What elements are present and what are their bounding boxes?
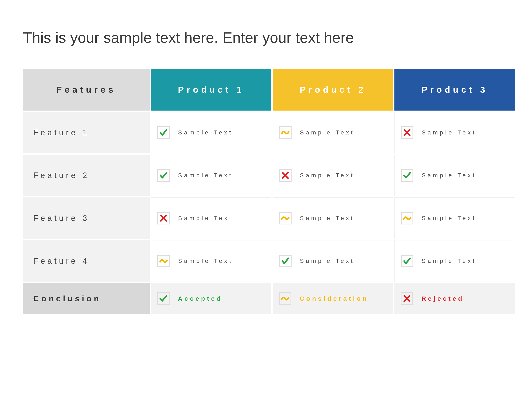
cell-text: Sample Text bbox=[300, 129, 355, 136]
conclusion-cell: Rejected bbox=[394, 283, 515, 314]
cell-text: Sample Text bbox=[300, 172, 355, 179]
tilde-icon bbox=[279, 212, 291, 224]
tilde-icon bbox=[279, 126, 291, 139]
cell-text: Sample Text bbox=[178, 215, 233, 222]
table-cell: Sample Text bbox=[273, 112, 393, 153]
check-icon bbox=[401, 255, 413, 267]
tilde-icon bbox=[157, 255, 170, 267]
table-cell: Sample Text bbox=[394, 197, 515, 239]
tilde-icon bbox=[279, 292, 291, 305]
table-header-product-3: Product 3 bbox=[394, 69, 515, 111]
cell-text: Sample Text bbox=[178, 172, 233, 179]
table-cell: Sample Text bbox=[151, 240, 271, 282]
table-cell: Sample Text bbox=[151, 112, 271, 153]
cell-text: Sample Text bbox=[422, 215, 476, 222]
feature-label: Feature 1 bbox=[23, 112, 150, 153]
tilde-icon bbox=[401, 212, 413, 224]
table-cell: Sample Text bbox=[394, 155, 515, 196]
cell-text: Sample Text bbox=[422, 129, 476, 136]
cross-icon bbox=[401, 126, 413, 139]
cell-text: Sample Text bbox=[178, 129, 233, 136]
conclusion-cell: Accepted bbox=[151, 283, 271, 314]
cell-text: Sample Text bbox=[300, 215, 355, 222]
table-cell: Sample Text bbox=[273, 197, 393, 239]
check-icon bbox=[279, 255, 291, 267]
cross-icon bbox=[157, 212, 170, 224]
feature-label: Feature 2 bbox=[23, 155, 150, 196]
table-header-product-1: Product 1 bbox=[151, 69, 271, 111]
check-icon bbox=[157, 169, 170, 182]
table-header-product-2: Product 2 bbox=[273, 69, 393, 111]
cell-text: Sample Text bbox=[178, 258, 233, 264]
table-cell: Sample Text bbox=[151, 155, 271, 196]
table-cell: Sample Text bbox=[151, 197, 271, 239]
check-icon bbox=[401, 169, 413, 182]
table-header-features: Features bbox=[23, 69, 150, 111]
table-cell: Sample Text bbox=[394, 112, 515, 153]
page-title: This is your sample text here. Enter you… bbox=[23, 29, 509, 46]
conclusion-text: Rejected bbox=[421, 295, 464, 302]
check-icon bbox=[157, 292, 170, 305]
cell-text: Sample Text bbox=[422, 172, 476, 179]
conclusion-cell: Consideration bbox=[273, 283, 393, 314]
conclusion-label: Conclusion bbox=[23, 283, 150, 314]
feature-label: Feature 3 bbox=[23, 197, 150, 239]
cell-text: Sample Text bbox=[422, 258, 476, 264]
conclusion-text: Accepted bbox=[178, 295, 222, 302]
table-cell: Sample Text bbox=[394, 240, 515, 282]
conclusion-text: Consideration bbox=[300, 295, 369, 302]
feature-label: Feature 4 bbox=[23, 240, 150, 282]
table-cell: Sample Text bbox=[273, 155, 393, 196]
cross-icon bbox=[279, 169, 291, 182]
check-icon bbox=[157, 126, 170, 139]
comparison-table: Features Product 1 Product 2 Product 3 F… bbox=[23, 69, 509, 314]
cell-text: Sample Text bbox=[300, 258, 355, 264]
cross-icon bbox=[401, 292, 413, 305]
table-cell: Sample Text bbox=[273, 240, 393, 282]
